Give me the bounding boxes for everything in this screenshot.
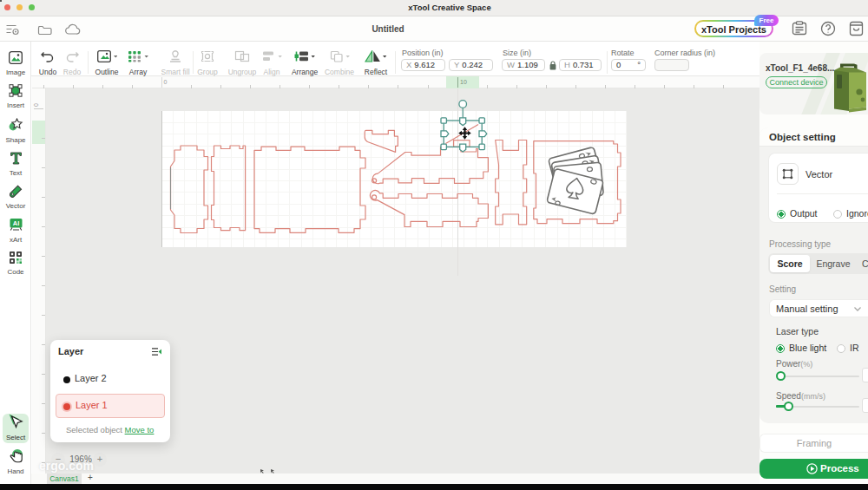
svg-text:0: 0 xyxy=(164,79,168,85)
svg-text:AI: AI xyxy=(12,219,19,227)
svg-text:0: 0 xyxy=(33,103,39,107)
svg-text:10: 10 xyxy=(460,79,467,85)
